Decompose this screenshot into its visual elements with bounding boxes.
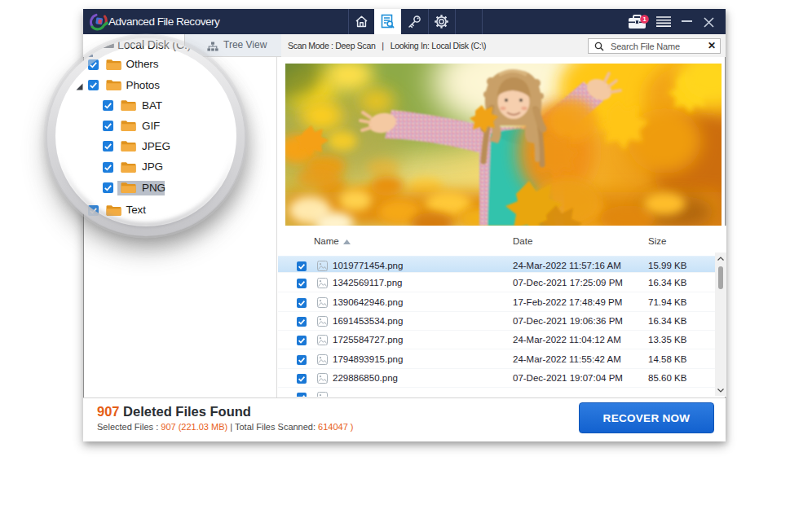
svg-text:1: 1 — [642, 15, 646, 23]
